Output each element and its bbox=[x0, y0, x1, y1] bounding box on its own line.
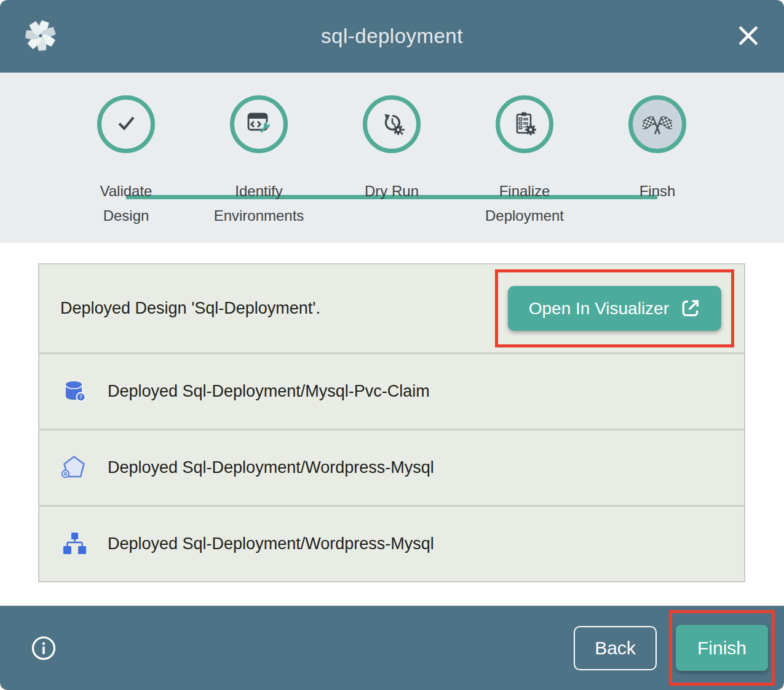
stepper: ValidateDesign bbox=[0, 73, 784, 243]
clipboard-gear-icon bbox=[510, 108, 539, 140]
annotation-box-finish: Finish bbox=[669, 610, 775, 686]
summary-text: Deployed Design 'Sql-Deployment'. bbox=[60, 299, 320, 318]
dialog-body: Deployed Design 'Sql-Deployment'. Open I… bbox=[0, 243, 784, 606]
database-icon: ? bbox=[60, 377, 89, 406]
external-link-icon bbox=[680, 298, 700, 319]
close-button[interactable] bbox=[734, 22, 763, 51]
result-text: Deployed Sql-Deployment/Mysql-Pvc-Claim bbox=[108, 382, 430, 401]
result-row: Deployed Sql-Deployment/Wordpress-Mysql bbox=[39, 429, 744, 505]
result-row: Deployed Sql-Deployment/Wordpress-Mysql bbox=[39, 505, 744, 581]
step-label: ValidateDesign bbox=[100, 179, 152, 228]
step-label: Dry Run bbox=[365, 179, 419, 204]
dialog-footer: Back Finish bbox=[0, 606, 784, 690]
svg-text:?: ? bbox=[79, 394, 82, 400]
finish-button[interactable]: Finish bbox=[676, 625, 768, 671]
step-finish: Finsh bbox=[591, 73, 724, 228]
step-finalize-deployment: FinalizeDeployment bbox=[458, 73, 591, 228]
result-text: Deployed Sql-Deployment/Wordpress-Mysql bbox=[108, 458, 434, 477]
result-row: ? Deployed Sql-Deployment/Mysql-Pvc-Clai… bbox=[39, 352, 744, 429]
summary-row: Deployed Design 'Sql-Deployment'. Open I… bbox=[39, 264, 744, 352]
step-dry-run: Dry Run bbox=[325, 73, 458, 228]
dialog-header: sql-deployment bbox=[0, 0, 784, 73]
step-circle-finalize-deployment bbox=[496, 95, 553, 153]
step-label: IdentifyEnvironments bbox=[214, 179, 304, 228]
step-circle-validate-design bbox=[97, 95, 155, 153]
dialog-title: sql-deployment bbox=[0, 0, 784, 73]
step-identify-environments: IdentifyEnvironments bbox=[192, 73, 325, 228]
deployment-dialog: sql-deployment Vali bbox=[0, 0, 784, 690]
step-validate-design: ValidateDesign bbox=[60, 73, 192, 228]
step-circle-finish bbox=[628, 95, 686, 153]
close-icon bbox=[735, 23, 761, 50]
check-icon bbox=[111, 108, 141, 140]
step-label: FinalizeDeployment bbox=[485, 179, 564, 228]
results-panel: Deployed Design 'Sql-Deployment'. Open I… bbox=[38, 263, 745, 582]
hierarchy-icon bbox=[60, 529, 89, 559]
result-text: Deployed Sql-Deployment/Wordpress-Mysql bbox=[108, 534, 434, 553]
step-circle-dry-run bbox=[363, 95, 421, 153]
finish-flags-icon bbox=[643, 108, 672, 140]
back-button[interactable]: Back bbox=[574, 626, 657, 670]
dry-run-icon bbox=[377, 108, 406, 140]
step-circle-identify-environments bbox=[230, 95, 288, 153]
info-icon bbox=[31, 654, 57, 663]
step-label: Finsh bbox=[639, 179, 676, 204]
pentagon-icon bbox=[60, 453, 89, 483]
open-in-visualizer-button[interactable]: Open In Visualizer bbox=[508, 286, 721, 331]
code-config-icon bbox=[244, 108, 274, 140]
info-button[interactable] bbox=[31, 635, 57, 661]
annotation-box-visualizer: Open In Visualizer bbox=[495, 269, 734, 347]
